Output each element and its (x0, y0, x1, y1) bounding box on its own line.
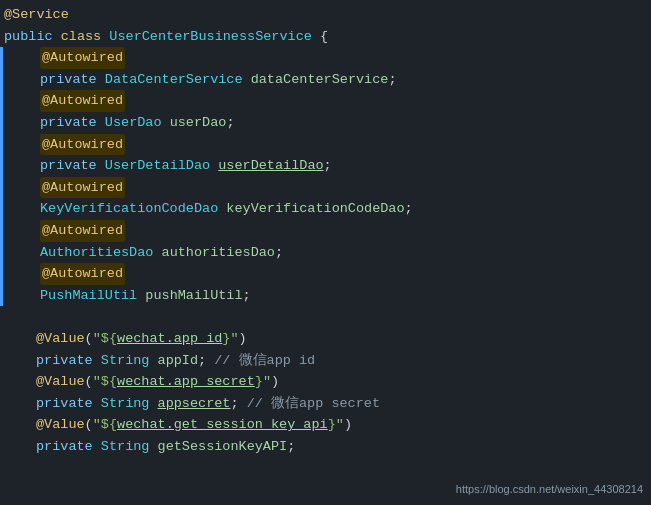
annotation-autowired-1: @Autowired (40, 47, 125, 69)
annotation-autowired-4: @Autowired (40, 177, 125, 199)
code-line-5: @Autowired (0, 90, 651, 112)
code-line-8: private UserDetailDao userDetailDao ; (0, 155, 651, 177)
code-line-11: @Autowired (0, 220, 651, 242)
annotation-autowired-5: @Autowired (40, 220, 125, 242)
code-line-2: public class UserCenterBusinessService { (0, 26, 651, 48)
class-name: UserCenterBusinessService (109, 26, 312, 48)
annotation-service: @Service (4, 4, 69, 26)
code-line-15 (0, 306, 651, 328)
keyword-public: public (4, 26, 53, 48)
annotation-autowired-2: @Autowired (40, 90, 125, 112)
code-line-6: private UserDao userDao ; (0, 112, 651, 134)
code-line-16: @Value ( " ${ wechat.app_id } " ) (0, 328, 651, 350)
watermark: https://blog.csdn.net/weixin_44308214 (456, 481, 643, 499)
code-line-20: @Value ( " ${ wechat.get_session_key_api… (0, 414, 651, 436)
annotation-autowired-6: @Autowired (40, 263, 125, 285)
code-line-4: private DataCenterService dataCenterServ… (0, 69, 651, 91)
code-line-3: @Autowired (0, 47, 651, 69)
code-line-9: @Autowired (0, 177, 651, 199)
code-line-14: PushMailUtil pushMailUtil ; (0, 285, 651, 307)
code-line-10: KeyVerificationCodeDao keyVerificationCo… (0, 198, 651, 220)
code-line-7: @Autowired (0, 134, 651, 156)
code-line-12: AuthoritiesDao authoritiesDao ; (0, 242, 651, 264)
code-editor: @Service public class UserCenterBusiness… (0, 0, 651, 505)
code-line-18: @Value ( " ${ wechat.app_secret } " ) (0, 371, 651, 393)
code-line-17: private String appId ; // 微信app id (0, 350, 651, 372)
annotation-autowired-3: @Autowired (40, 134, 125, 156)
code-line-13: @Autowired (0, 263, 651, 285)
code-line-1: @Service (0, 4, 651, 26)
keyword-class: class (61, 26, 102, 48)
code-line-19: private String appsecret ; // 微信app secr… (0, 393, 651, 415)
code-line-21: private String getSessionKeyAPI ; (0, 436, 651, 458)
